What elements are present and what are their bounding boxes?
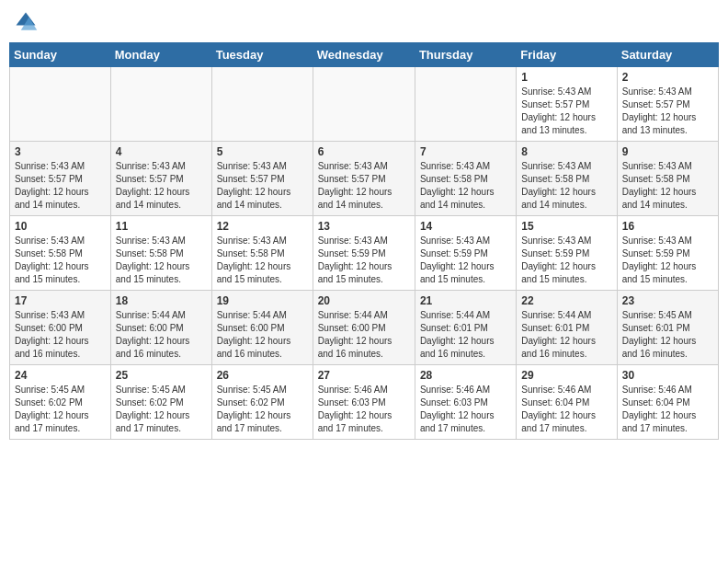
calendar-cell: 29Sunrise: 5:46 AMSunset: 6:04 PMDayligh…: [517, 365, 617, 440]
calendar-cell: 14Sunrise: 5:43 AMSunset: 5:59 PMDayligh…: [415, 216, 516, 291]
calendar-cell: 13Sunrise: 5:43 AMSunset: 5:59 PMDayligh…: [313, 216, 415, 291]
day-number: 5: [217, 145, 308, 158]
day-number: 1: [521, 71, 611, 84]
day-number: 17: [15, 294, 106, 307]
day-number: 29: [521, 369, 611, 382]
cell-content: Sunrise: 5:43 AMSunset: 5:58 PMDaylight:…: [521, 160, 611, 212]
calendar-cell: [313, 67, 415, 142]
cell-content: Sunrise: 5:46 AMSunset: 6:03 PMDaylight:…: [318, 384, 410, 435]
day-number: 12: [217, 220, 308, 233]
cell-content: Sunrise: 5:43 AMSunset: 5:58 PMDaylight:…: [217, 235, 308, 286]
calendar-cell: 11Sunrise: 5:43 AMSunset: 5:58 PMDayligh…: [110, 216, 211, 291]
cell-content: Sunrise: 5:45 AMSunset: 6:02 PMDaylight:…: [116, 384, 207, 435]
calendar-cell: 3Sunrise: 5:43 AMSunset: 5:57 PMDaylight…: [10, 142, 111, 216]
calendar-cell: 5Sunrise: 5:43 AMSunset: 5:57 PMDaylight…: [211, 142, 313, 216]
day-number: 30: [622, 369, 713, 382]
calendar-cell: 2Sunrise: 5:43 AMSunset: 5:57 PMDaylight…: [617, 67, 718, 142]
cell-content: Sunrise: 5:45 AMSunset: 6:02 PMDaylight:…: [15, 384, 106, 435]
day-number: 28: [420, 369, 511, 382]
calendar-week-2: 3Sunrise: 5:43 AMSunset: 5:57 PMDaylight…: [10, 142, 719, 216]
weekday-header-tuesday: Tuesday: [211, 43, 313, 67]
day-number: 25: [116, 369, 207, 382]
day-number: 3: [15, 145, 106, 158]
logo: [13, 9, 42, 35]
calendar-cell: [211, 67, 313, 142]
cell-content: Sunrise: 5:43 AMSunset: 5:57 PMDaylight:…: [622, 86, 713, 137]
calendar-cell: 28Sunrise: 5:46 AMSunset: 6:03 PMDayligh…: [415, 365, 516, 440]
cell-content: Sunrise: 5:44 AMSunset: 6:00 PMDaylight:…: [116, 309, 207, 361]
calendar-cell: 23Sunrise: 5:45 AMSunset: 6:01 PMDayligh…: [617, 291, 718, 365]
page-header: [9, 9, 719, 35]
day-number: 18: [116, 294, 207, 307]
logo-icon: [13, 9, 39, 35]
calendar-cell: 16Sunrise: 5:43 AMSunset: 5:59 PMDayligh…: [617, 216, 718, 291]
day-number: 21: [420, 294, 511, 307]
cell-content: Sunrise: 5:45 AMSunset: 6:01 PMDaylight:…: [622, 309, 713, 361]
cell-content: Sunrise: 5:43 AMSunset: 5:59 PMDaylight:…: [420, 235, 511, 286]
day-number: 14: [420, 220, 511, 233]
cell-content: Sunrise: 5:43 AMSunset: 6:00 PMDaylight:…: [15, 309, 106, 361]
weekday-header-thursday: Thursday: [415, 43, 516, 67]
calendar-cell: 18Sunrise: 5:44 AMSunset: 6:00 PMDayligh…: [110, 291, 211, 365]
cell-content: Sunrise: 5:45 AMSunset: 6:02 PMDaylight:…: [217, 384, 308, 435]
calendar-table: SundayMondayTuesdayWednesdayThursdayFrid…: [9, 42, 719, 440]
day-number: 24: [15, 369, 106, 382]
calendar-cell: 9Sunrise: 5:43 AMSunset: 5:58 PMDaylight…: [617, 142, 718, 216]
calendar-cell: 6Sunrise: 5:43 AMSunset: 5:57 PMDaylight…: [313, 142, 415, 216]
day-number: 19: [217, 294, 308, 307]
day-number: 27: [318, 369, 410, 382]
day-number: 22: [521, 294, 611, 307]
cell-content: Sunrise: 5:43 AMSunset: 5:59 PMDaylight:…: [521, 235, 611, 286]
calendar-cell: 27Sunrise: 5:46 AMSunset: 6:03 PMDayligh…: [313, 365, 415, 440]
cell-content: Sunrise: 5:44 AMSunset: 6:00 PMDaylight:…: [318, 309, 410, 361]
calendar-cell: [10, 67, 111, 142]
day-number: 13: [318, 220, 410, 233]
calendar-cell: 26Sunrise: 5:45 AMSunset: 6:02 PMDayligh…: [211, 365, 313, 440]
day-number: 7: [420, 145, 511, 158]
cell-content: Sunrise: 5:43 AMSunset: 5:57 PMDaylight:…: [116, 160, 207, 212]
weekday-header-monday: Monday: [110, 43, 211, 67]
weekday-header-saturday: Saturday: [617, 43, 718, 67]
calendar-cell: [110, 67, 211, 142]
day-number: 8: [521, 145, 611, 158]
day-number: 26: [217, 369, 308, 382]
cell-content: Sunrise: 5:46 AMSunset: 6:04 PMDaylight:…: [521, 384, 611, 435]
day-number: 9: [622, 145, 713, 158]
day-number: 4: [116, 145, 207, 158]
day-number: 10: [15, 220, 106, 233]
calendar-cell: 25Sunrise: 5:45 AMSunset: 6:02 PMDayligh…: [110, 365, 211, 440]
cell-content: Sunrise: 5:46 AMSunset: 6:03 PMDaylight:…: [420, 384, 511, 435]
calendar-week-5: 24Sunrise: 5:45 AMSunset: 6:02 PMDayligh…: [10, 365, 719, 440]
calendar-cell: 15Sunrise: 5:43 AMSunset: 5:59 PMDayligh…: [517, 216, 617, 291]
cell-content: Sunrise: 5:43 AMSunset: 5:58 PMDaylight:…: [116, 235, 207, 286]
calendar-week-3: 10Sunrise: 5:43 AMSunset: 5:58 PMDayligh…: [10, 216, 719, 291]
cell-content: Sunrise: 5:43 AMSunset: 5:59 PMDaylight:…: [318, 235, 410, 286]
cell-content: Sunrise: 5:43 AMSunset: 5:59 PMDaylight:…: [622, 235, 713, 286]
calendar-cell: 10Sunrise: 5:43 AMSunset: 5:58 PMDayligh…: [10, 216, 111, 291]
cell-content: Sunrise: 5:46 AMSunset: 6:04 PMDaylight:…: [622, 384, 713, 435]
day-number: 20: [318, 294, 410, 307]
cell-content: Sunrise: 5:43 AMSunset: 5:58 PMDaylight:…: [420, 160, 511, 212]
calendar-cell: 20Sunrise: 5:44 AMSunset: 6:00 PMDayligh…: [313, 291, 415, 365]
cell-content: Sunrise: 5:43 AMSunset: 5:58 PMDaylight:…: [15, 235, 106, 286]
cell-content: Sunrise: 5:43 AMSunset: 5:58 PMDaylight:…: [622, 160, 713, 212]
day-number: 6: [318, 145, 410, 158]
calendar-cell: 19Sunrise: 5:44 AMSunset: 6:00 PMDayligh…: [211, 291, 313, 365]
weekday-header-wednesday: Wednesday: [313, 43, 415, 67]
calendar-cell: 12Sunrise: 5:43 AMSunset: 5:58 PMDayligh…: [211, 216, 313, 291]
cell-content: Sunrise: 5:44 AMSunset: 6:00 PMDaylight:…: [217, 309, 308, 361]
cell-content: Sunrise: 5:44 AMSunset: 6:01 PMDaylight:…: [521, 309, 611, 361]
day-number: 23: [622, 294, 713, 307]
day-number: 2: [622, 71, 713, 84]
calendar-cell: 30Sunrise: 5:46 AMSunset: 6:04 PMDayligh…: [617, 365, 718, 440]
calendar-cell: 8Sunrise: 5:43 AMSunset: 5:58 PMDaylight…: [517, 142, 617, 216]
day-number: 15: [521, 220, 611, 233]
calendar-week-1: 1Sunrise: 5:43 AMSunset: 5:57 PMDaylight…: [10, 67, 719, 142]
calendar-cell: 24Sunrise: 5:45 AMSunset: 6:02 PMDayligh…: [10, 365, 111, 440]
cell-content: Sunrise: 5:43 AMSunset: 5:57 PMDaylight:…: [521, 86, 611, 137]
cell-content: Sunrise: 5:43 AMSunset: 5:57 PMDaylight:…: [15, 160, 106, 212]
calendar-week-4: 17Sunrise: 5:43 AMSunset: 6:00 PMDayligh…: [10, 291, 719, 365]
cell-content: Sunrise: 5:44 AMSunset: 6:01 PMDaylight:…: [420, 309, 511, 361]
calendar-cell: [415, 67, 516, 142]
calendar-cell: 22Sunrise: 5:44 AMSunset: 6:01 PMDayligh…: [517, 291, 617, 365]
